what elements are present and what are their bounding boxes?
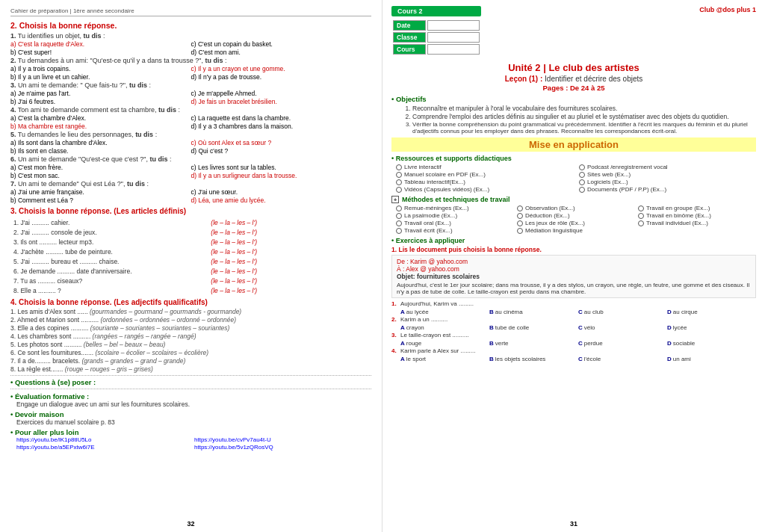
mcq-row: 4. Karim parle à Alex sur ......... xyxy=(391,347,756,354)
list-item: 3. Elle a des copines .......... (souria… xyxy=(10,324,371,332)
mise-en-app: Mise en application xyxy=(391,137,756,152)
circle-icon xyxy=(396,220,402,226)
q1-answers2: b) C'est super! d) C'est mon ami. xyxy=(10,49,371,56)
list-item: Travail oral (Ex...) xyxy=(396,220,514,226)
right-header: Cours 2 Date Classe Cours Cl xyxy=(391,6,756,59)
email-subject: Objet: fournitures scolaires xyxy=(397,273,751,280)
link1[interactable]: https://youtu.be/lK1p8tlU5Lo xyxy=(16,436,193,443)
list-item: Travail en groupe (Ex...) xyxy=(638,205,756,211)
questions-block: 1. Tu identifies un objet, tu dis : a) C… xyxy=(10,32,371,204)
circle-icon xyxy=(396,213,402,219)
methodes-grid: Remue-méninges (Ex...) Observation (Ex..… xyxy=(396,205,756,235)
q1-text: 1. Tu identifies un objet, tu dis : xyxy=(10,32,371,40)
mcq-option[interactable]: D au cirque xyxy=(667,309,756,315)
email-body: Aujourd'hui, c'est le 1er jour scolaire;… xyxy=(397,282,751,295)
q2-answers: a) Il y a trois copains. c) Il y a un cr… xyxy=(10,65,371,72)
cours2-box: Cours 2 xyxy=(391,6,481,16)
link3[interactable]: https://youtu.be/a5EPxtw6i7E xyxy=(16,444,193,451)
table-row: Classe xyxy=(393,32,480,43)
exercices-section: Exercices à appliquer 1. Lis le document… xyxy=(391,237,756,362)
questions-poser: Questions à (se) poser : xyxy=(10,378,371,386)
list-item: Sites web (Ex...) xyxy=(579,171,756,178)
pages-range: Pages : De 24 à 25 xyxy=(391,84,756,92)
table-row: 1. J'ai .......... cahier. (le – la – le… xyxy=(12,218,370,226)
club-label: Club @dos plus 1 xyxy=(699,6,756,13)
q3-text: 3. Un ami te demande: " Que fais-tu ?", … xyxy=(10,81,371,89)
email-block: De : Karim @ yahoo.com À : Alex @ yahoo.… xyxy=(391,255,756,298)
q2-answers2: b) Il y a un livre et un cahier. d) Il n… xyxy=(10,73,371,81)
mcq-row: A au lycée B au cinéma C au club D au ci… xyxy=(400,309,756,315)
fields-table: Date Classe Cours xyxy=(391,19,481,56)
list-item: Travail en binôme (Ex...) xyxy=(638,212,756,219)
left-page-number: 32 xyxy=(187,520,194,528)
q6-answers: a) C'est mon frère. c) Les livres sont s… xyxy=(10,164,371,171)
mcq-option[interactable]: C perdue xyxy=(578,340,667,347)
table-row: 7. Tu as .......... ciseaux? (le – la – … xyxy=(12,276,370,285)
link4[interactable]: https://youtu.be/5v1zQRosVQ xyxy=(194,444,371,451)
mcq-option[interactable]: D un ami xyxy=(667,356,756,362)
table-row: 6. Je demande .......... date d'annivers… xyxy=(12,267,370,275)
mcq-option[interactable]: B verte xyxy=(489,340,578,347)
q4-text: 4. Ton ami te demande comment est ta cha… xyxy=(10,106,371,114)
exercices-intro: 1. Lis le document puis choisis la bonne… xyxy=(391,246,756,253)
list-item: 5. Les photos sont .......... (belles – … xyxy=(10,341,371,348)
mcq-options: A crayon B tube de colle C vélo D lycée xyxy=(400,324,756,331)
list-item: Déduction (Ex...) xyxy=(517,212,635,219)
table-row: 8. Elle a .......... ? (le – la – les – … xyxy=(12,286,370,294)
methodes-title: + Méthodes et techniques de travail xyxy=(391,196,756,203)
list-item: Livre interactif xyxy=(396,164,573,170)
devoir-section: Devoir maison Exercices du manuel scolai… xyxy=(10,410,371,426)
q6-text: 6. Un ami te demande "Qu'est-ce que c'es… xyxy=(10,155,371,163)
ressources-title: Ressources et supports didactiques xyxy=(391,155,756,162)
list-item: 6. Ce sont les fournitures....... (scola… xyxy=(10,349,371,356)
list-item: Podcast /enregistrement vocal xyxy=(579,164,756,170)
link2[interactable]: https://youtu.be/cvPv7au4t-U xyxy=(194,436,371,443)
list-item: 7. Il a de......... bracelets. (grands –… xyxy=(10,357,371,365)
mcq-option[interactable]: D lycée xyxy=(667,324,756,331)
list-item: Travail écrit (Ex...) xyxy=(396,227,514,234)
circle-icon xyxy=(396,172,402,178)
mcq-option[interactable]: A le sport xyxy=(400,356,489,362)
circle-icon xyxy=(517,220,523,226)
mcq-section: 1. Aujourd'hui, Karim va ......... A au … xyxy=(391,300,756,362)
mcq-option[interactable]: C vélo xyxy=(578,324,667,331)
separator2 xyxy=(10,389,371,389)
list-item: 1. Les amis d'Alex sont ...... (gourmand… xyxy=(10,308,371,315)
mcq-option[interactable]: B les objets scolaires xyxy=(489,356,578,362)
circle-icon xyxy=(638,213,644,219)
email-to: À : Alex @ yahoo.com xyxy=(397,265,751,273)
mcq-options: A rouge B verte C perdue D sociable xyxy=(400,340,756,347)
q7-answers: a) J'ai une amie française. c) J'ai une … xyxy=(10,188,371,196)
list-item: 8. La règle est....... (rouge – rouges –… xyxy=(10,365,371,373)
list-item: Vidéos (Capsules vidéos) (Ex...) xyxy=(396,186,573,193)
list-item: Reconnaître et manipuler à l'oral le voc… xyxy=(412,105,756,112)
q4-answers2: b) Ma chambre est rangée. d) Il y a 3 ch… xyxy=(10,123,371,130)
adjectifs-list: 1. Les amis d'Alex sont ...... (gourmand… xyxy=(10,308,371,373)
mcq-option[interactable]: C au club xyxy=(578,309,667,315)
list-item: Tableau interactif(Ex...) xyxy=(396,179,573,185)
mcq-option[interactable]: A rouge xyxy=(400,340,489,347)
mcq-row: A crayon B tube de colle C vélo D lycée xyxy=(400,324,756,331)
table-row: Cours xyxy=(393,44,480,55)
list-item: 4. Les chambres sont .......... (rangées… xyxy=(10,332,371,340)
table-row: 4. J'achète .......... tube de peinture.… xyxy=(12,247,370,256)
lecon-title: Leçon (1) : Identifier et décrire des ob… xyxy=(391,75,756,83)
ressources-grid: Livre interactif Podcast /enregistrement… xyxy=(396,164,756,194)
mcq-option[interactable]: D sociable xyxy=(667,340,756,347)
table-row: 2. J'ai .......... console de jeux. (le … xyxy=(12,228,370,236)
circle-icon xyxy=(396,228,402,234)
list-item: Les jeux de rôle (Ex...) xyxy=(517,220,635,226)
ressources-section: Ressources et supports didactiques Livre… xyxy=(391,155,756,194)
mcq-options: A au lycée B au cinéma C au club D au ci… xyxy=(400,309,756,315)
mcq-option[interactable]: A crayon xyxy=(400,324,489,331)
q5-answers: a) Ils sont dans la chambre d'Alex. c) O… xyxy=(10,139,371,146)
mcq-option[interactable]: B au cinéma xyxy=(489,309,578,315)
q1-a-col: a) C'est la raquette d'Alex. xyxy=(10,40,191,48)
mcq-option[interactable]: B tube de colle xyxy=(489,324,578,331)
mcq-option[interactable]: C l'école xyxy=(578,356,667,362)
circle-icon xyxy=(638,205,644,211)
list-item: Logiciels (Ex...) xyxy=(579,179,756,185)
mcq-option[interactable]: A au lycée xyxy=(400,309,489,315)
circle-icon xyxy=(517,228,523,234)
circle-icon xyxy=(579,164,585,170)
